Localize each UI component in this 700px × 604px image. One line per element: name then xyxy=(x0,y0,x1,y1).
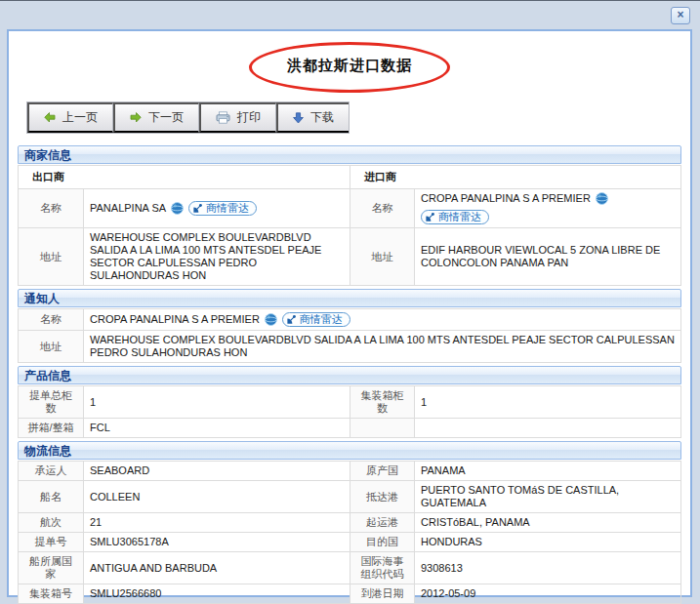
print-label: 打印 xyxy=(237,109,261,126)
merchant-table: 出口商 进口商 名称 PANALPINA SA 商情雷达 xyxy=(18,165,681,286)
notify-name-value: CROPA PANALPINA S A PREMIER xyxy=(90,313,260,326)
importer-address-value: EDIF HARBOUR VIEWLOCAL 5 ZONA LIBRE DE C… xyxy=(415,228,681,286)
field-label: 原产国 xyxy=(350,462,415,481)
notify-name-cell: CROPA PANALPINA S A PREMIER 商情雷达 xyxy=(84,309,681,331)
table-row: 船所属国家 ANTIGUA AND BARBUDA 国际海事组织代码 93086… xyxy=(19,552,681,584)
field-label: 到港日期 xyxy=(350,584,415,604)
badge-label: 商情雷达 xyxy=(438,211,481,223)
table-row: 提单号 SMLU3065178A 目的国 HONDURAS xyxy=(19,533,681,552)
field-label: 抵达港 xyxy=(350,481,415,513)
field-label: 国际海事组织代码 xyxy=(350,552,415,584)
title-area: 洪都拉斯进口数据 xyxy=(18,57,681,80)
section-notify-party: 通知人 名称 CROPA PANALPINA S A PREMIER 商情雷达 xyxy=(18,289,681,363)
download-label: 下载 xyxy=(310,109,334,126)
arrow-left-icon xyxy=(44,112,56,123)
table-row: 船名 COLLEEN 抵达港 PUERTO SANTO TOMáS DE CAS… xyxy=(19,481,681,513)
next-page-label: 下一页 xyxy=(148,109,184,126)
importer-name-cell: CROPA PANALPINA S A PREMIER 商情雷达 xyxy=(415,189,681,228)
prev-page-label: 上一页 xyxy=(62,109,98,126)
download-button[interactable]: 下载 xyxy=(276,102,349,133)
table-row: 拼箱/整箱 FCL xyxy=(19,419,681,438)
prev-page-button[interactable]: 上一页 xyxy=(27,102,113,133)
globe-icon[interactable] xyxy=(596,192,608,205)
close-icon[interactable]: × xyxy=(671,7,690,24)
field-value: ANTIGUA AND BARBUDA xyxy=(84,552,350,584)
notify-name-label: 名称 xyxy=(19,309,84,331)
field-value: PUERTO SANTO TOMáS DE CASTILLA, GUATEMAL… xyxy=(415,481,681,513)
field-value: 2012-05-09 xyxy=(415,584,681,604)
arrow-down-icon xyxy=(293,112,304,124)
field-value: COLLEEN xyxy=(84,481,350,513)
section-header-notify: 通知人 xyxy=(18,289,681,307)
product-table: 提单总柜数 1 集装箱柜数 1 拼箱/整箱 FCL xyxy=(18,385,681,438)
notify-table: 名称 CROPA PANALPINA S A PREMIER 商情雷达 xyxy=(18,308,681,363)
section-product-info: 产品信息 提单总柜数 1 集装箱柜数 1 拼箱/整箱 FCL xyxy=(18,366,681,438)
field-label xyxy=(350,419,415,438)
exporter-address-label: 地址 xyxy=(19,228,84,286)
exporter-address-value: WAREHOUSE COMPLEX BOULEVARDBLVD SALIDA A… xyxy=(84,228,350,286)
table-row: 承运人 SEABOARD 原产国 PANAMA xyxy=(19,462,681,481)
importer-name-label: 名称 xyxy=(350,189,415,228)
importer-name-value: CROPA PANALPINA S A PREMIER xyxy=(421,192,591,205)
exporter-column-header: 出口商 xyxy=(19,166,350,189)
table-row: 航次 21 起运港 CRISTóBAL, PANAMA xyxy=(19,513,681,533)
field-value: FCL xyxy=(84,419,350,438)
importer-column-header: 进口商 xyxy=(350,166,681,189)
field-label: 集装箱柜数 xyxy=(350,386,415,419)
table-row: 集装箱号 SMLU2566680 到港日期 2012-05-09 xyxy=(19,584,681,604)
field-label: 提单号 xyxy=(19,533,84,552)
field-value: 1 xyxy=(84,386,350,419)
section-header-logistics: 物流信息 xyxy=(18,441,681,460)
logistics-table: 承运人 SEABOARD 原产国 PANAMA 船名 COLLEEN 抵达港 P… xyxy=(18,461,681,604)
page-title: 洪都拉斯进口数据 xyxy=(287,57,412,73)
field-value: SMLU2566680 xyxy=(84,584,350,604)
field-label: 拼箱/整箱 xyxy=(19,419,84,438)
business-radar-badge[interactable]: 商情雷达 xyxy=(421,210,489,224)
field-value: 1 xyxy=(415,386,681,419)
exporter-name-value: PANALPINA SA xyxy=(90,202,166,215)
radar-dish-icon xyxy=(192,203,203,214)
dialog-panel: 洪都拉斯进口数据 上一页 下一页 打印 下载 商家信息 xyxy=(7,29,692,597)
window-titlebar: × xyxy=(0,1,700,29)
field-value xyxy=(415,419,681,438)
section-header-merchant: 商家信息 xyxy=(18,145,681,164)
badge-label: 商情雷达 xyxy=(300,313,343,326)
badge-label: 商情雷达 xyxy=(206,202,249,215)
business-radar-badge[interactable]: 商情雷达 xyxy=(282,312,350,327)
detail-sections: 商家信息 出口商 进口商 名称 PANALPINA SA xyxy=(18,145,681,604)
field-value: 21 xyxy=(84,513,350,533)
field-label: 起运港 xyxy=(350,513,415,533)
field-label: 航次 xyxy=(19,513,84,533)
field-label: 提单总柜数 xyxy=(19,386,84,419)
globe-icon[interactable] xyxy=(171,202,184,215)
toolbar: 上一页 下一页 打印 下载 xyxy=(26,101,350,134)
field-value: SEABOARD xyxy=(84,462,350,481)
field-label: 船所属国家 xyxy=(19,552,84,584)
section-merchant-info: 商家信息 出口商 进口商 名称 PANALPINA SA xyxy=(18,145,681,286)
field-value: CRISTóBAL, PANAMA xyxy=(415,513,681,533)
printer-icon xyxy=(216,111,230,124)
radar-dish-icon xyxy=(425,212,435,222)
notify-address-label: 地址 xyxy=(19,331,84,363)
importer-address-label: 地址 xyxy=(350,228,415,286)
section-logistics-info: 物流信息 承运人 SEABOARD 原产国 PANAMA 船名 COLLEEN … xyxy=(18,441,681,604)
section-header-product: 产品信息 xyxy=(18,366,681,384)
field-value: SMLU3065178A xyxy=(84,533,350,552)
exporter-name-cell: PANALPINA SA 商情雷达 xyxy=(84,189,350,228)
field-value: 9308613 xyxy=(415,552,681,584)
globe-icon[interactable] xyxy=(265,313,277,326)
next-page-button[interactable]: 下一页 xyxy=(113,102,199,133)
exporter-name-label: 名称 xyxy=(19,189,84,228)
table-row: 提单总柜数 1 集装箱柜数 1 xyxy=(19,386,681,419)
notify-address-value: WAREHOUSE COMPLEX BOULEVARDBLVD SALIDA A… xyxy=(84,331,681,363)
arrow-right-icon xyxy=(130,112,142,123)
print-button[interactable]: 打印 xyxy=(199,102,276,133)
radar-dish-icon xyxy=(286,314,297,325)
business-radar-badge[interactable]: 商情雷达 xyxy=(188,201,257,216)
field-value: PANAMA xyxy=(415,462,681,481)
field-label: 目的国 xyxy=(350,533,415,552)
field-value: HONDURAS xyxy=(415,533,681,552)
field-label: 集装箱号 xyxy=(19,584,84,604)
field-label: 船名 xyxy=(19,481,84,513)
field-label: 承运人 xyxy=(19,462,84,481)
